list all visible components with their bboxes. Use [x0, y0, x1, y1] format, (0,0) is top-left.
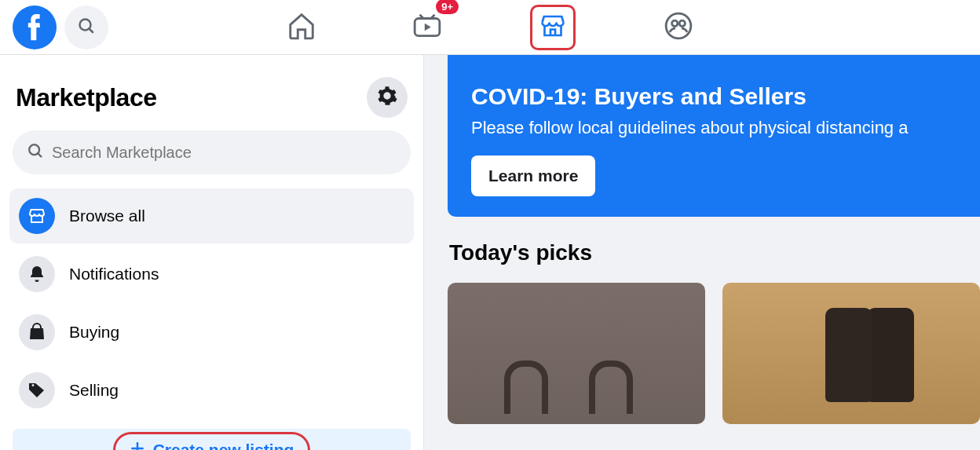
page-title: Marketplace [16, 83, 156, 112]
store-icon [19, 198, 55, 234]
highlight-ring-marketplace [530, 5, 576, 50]
sidebar-item-label: Buying [69, 323, 119, 342]
sidebar-item-label: Selling [69, 381, 119, 400]
sidebar-search[interactable] [13, 130, 411, 174]
learn-more-button[interactable]: Learn more [471, 155, 595, 196]
settings-button[interactable] [367, 77, 408, 118]
gear-icon [376, 85, 398, 110]
banner-text: Please follow local guidelines about phy… [471, 118, 980, 138]
create-new-listing-button[interactable]: Create new listing [13, 429, 411, 450]
todays-picks-heading: Today's picks [449, 240, 980, 265]
tab-watch[interactable]: 9+ [404, 4, 451, 51]
sidebar-item-selling[interactable]: Selling [9, 363, 414, 418]
top-navigation: 9+ [0, 0, 980, 55]
global-search-button[interactable] [64, 5, 108, 49]
watch-icon [412, 11, 442, 44]
topbar-left [0, 5, 108, 49]
tab-marketplace[interactable] [529, 4, 576, 51]
sidebar-item-notifications[interactable]: Notifications [9, 247, 414, 302]
covid-banner: COVID-19: Buyers and Sellers Please foll… [448, 55, 980, 217]
bell-icon [19, 256, 55, 292]
sidebar-item-label: Notifications [69, 265, 159, 284]
picks-row [448, 283, 980, 424]
home-icon [287, 11, 316, 44]
sidebar-header: Marketplace [9, 66, 414, 130]
search-input[interactable] [52, 144, 397, 162]
facebook-logo[interactable] [13, 5, 57, 49]
listing-card[interactable] [448, 283, 705, 424]
bag-icon [19, 314, 55, 350]
search-icon [27, 142, 44, 163]
groups-icon [664, 11, 693, 44]
search-icon [77, 16, 96, 38]
sidebar: Marketplace [0, 55, 424, 450]
highlight-ring-create: Create new listing [113, 432, 311, 450]
listing-card[interactable] [722, 283, 980, 424]
tab-home[interactable] [278, 4, 325, 51]
sidebar-item-buying[interactable]: Buying [9, 305, 414, 360]
watch-badge: 9+ [436, 0, 459, 14]
tab-groups[interactable] [655, 4, 702, 51]
svg-line-2 [90, 28, 93, 32]
main-content: COVID-19: Buyers and Sellers Please foll… [424, 55, 980, 450]
active-tab-underline [489, 57, 616, 60]
svg-point-6 [679, 20, 685, 26]
tag-icon [19, 372, 55, 408]
top-tabs: 9+ [0, 0, 980, 54]
sidebar-item-label: Browse all [69, 207, 145, 225]
marketplace-icon [539, 29, 567, 42]
svg-point-5 [672, 20, 678, 26]
svg-line-8 [38, 153, 41, 156]
plus-icon [130, 441, 145, 451]
svg-point-4 [666, 13, 691, 38]
create-label: Create new listing [153, 441, 294, 450]
banner-title: COVID-19: Buyers and Sellers [471, 83, 980, 110]
sidebar-item-browse-all[interactable]: Browse all [9, 188, 414, 243]
